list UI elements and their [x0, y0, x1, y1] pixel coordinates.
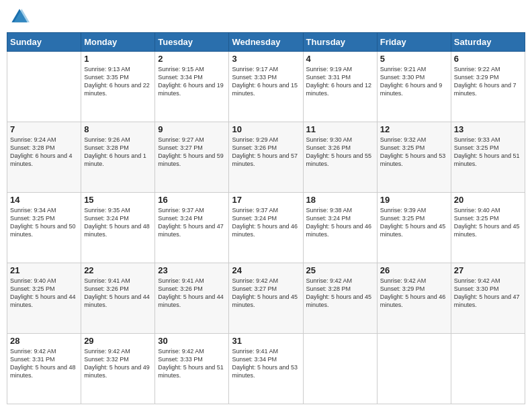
- header: [7, 7, 525, 27]
- day-info: Sunrise: 9:42 AM Sunset: 3:31 PM Dayligh…: [10, 347, 78, 380]
- day-info: Sunrise: 9:42 AM Sunset: 3:29 PM Dayligh…: [380, 277, 448, 310]
- day-number: 12: [380, 124, 448, 134]
- day-info: Sunrise: 9:42 AM Sunset: 3:30 PM Dayligh…: [454, 277, 522, 310]
- day-number: 24: [232, 265, 300, 275]
- day-cell: 9Sunrise: 9:27 AM Sunset: 3:27 PM Daylig…: [155, 122, 229, 193]
- day-cell: 31Sunrise: 9:41 AM Sunset: 3:34 PM Dayli…: [229, 334, 303, 404]
- day-info: Sunrise: 9:17 AM Sunset: 3:33 PM Dayligh…: [232, 65, 300, 98]
- day-cell: 28Sunrise: 9:42 AM Sunset: 3:31 PM Dayli…: [7, 334, 81, 404]
- day-number: 21: [10, 265, 78, 275]
- day-number: 5: [380, 54, 448, 64]
- day-info: Sunrise: 9:33 AM Sunset: 3:25 PM Dayligh…: [454, 136, 522, 169]
- day-cell: 13Sunrise: 9:33 AM Sunset: 3:25 PM Dayli…: [451, 122, 525, 193]
- day-cell: [377, 334, 451, 404]
- day-cell: [303, 334, 377, 404]
- day-cell: 8Sunrise: 9:26 AM Sunset: 3:28 PM Daylig…: [81, 122, 155, 193]
- day-cell: 23Sunrise: 9:41 AM Sunset: 3:26 PM Dayli…: [155, 263, 229, 334]
- day-number: 17: [232, 195, 300, 205]
- day-cell: 27Sunrise: 9:42 AM Sunset: 3:30 PM Dayli…: [451, 263, 525, 334]
- calendar-table: SundayMondayTuesdayWednesdayThursdayFrid…: [7, 32, 525, 404]
- day-cell: 3Sunrise: 9:17 AM Sunset: 3:33 PM Daylig…: [229, 52, 303, 122]
- day-info: Sunrise: 9:21 AM Sunset: 3:30 PM Dayligh…: [380, 65, 448, 98]
- day-number: 28: [10, 336, 78, 346]
- day-info: Sunrise: 9:22 AM Sunset: 3:29 PM Dayligh…: [454, 65, 522, 98]
- day-info: Sunrise: 9:15 AM Sunset: 3:34 PM Dayligh…: [158, 65, 226, 98]
- day-info: Sunrise: 9:40 AM Sunset: 3:25 PM Dayligh…: [454, 206, 522, 239]
- day-cell: [7, 52, 81, 122]
- day-cell: 14Sunrise: 9:34 AM Sunset: 3:25 PM Dayli…: [7, 193, 81, 263]
- day-info: Sunrise: 9:19 AM Sunset: 3:31 PM Dayligh…: [306, 65, 374, 98]
- day-info: Sunrise: 9:30 AM Sunset: 3:26 PM Dayligh…: [306, 136, 374, 169]
- logo-icon: [9, 7, 30, 27]
- day-number: 6: [454, 54, 522, 64]
- day-cell: 20Sunrise: 9:40 AM Sunset: 3:25 PM Dayli…: [451, 193, 525, 263]
- day-cell: 22Sunrise: 9:41 AM Sunset: 3:26 PM Dayli…: [81, 263, 155, 334]
- day-cell: 26Sunrise: 9:42 AM Sunset: 3:29 PM Dayli…: [377, 263, 451, 334]
- day-cell: 24Sunrise: 9:42 AM Sunset: 3:27 PM Dayli…: [229, 263, 303, 334]
- weekday-thursday: Thursday: [303, 33, 377, 52]
- day-info: Sunrise: 9:29 AM Sunset: 3:26 PM Dayligh…: [232, 136, 300, 169]
- day-number: 16: [158, 195, 226, 205]
- day-cell: 18Sunrise: 9:38 AM Sunset: 3:24 PM Dayli…: [303, 193, 377, 263]
- day-number: 13: [454, 124, 522, 134]
- day-info: Sunrise: 9:40 AM Sunset: 3:25 PM Dayligh…: [10, 277, 78, 310]
- day-cell: 25Sunrise: 9:42 AM Sunset: 3:28 PM Dayli…: [303, 263, 377, 334]
- day-info: Sunrise: 9:42 AM Sunset: 3:33 PM Dayligh…: [158, 347, 226, 380]
- day-number: 26: [380, 265, 448, 275]
- day-info: Sunrise: 9:26 AM Sunset: 3:28 PM Dayligh…: [84, 136, 152, 169]
- weekday-saturday: Saturday: [451, 33, 525, 52]
- day-info: Sunrise: 9:24 AM Sunset: 3:28 PM Dayligh…: [10, 136, 78, 169]
- day-cell: 21Sunrise: 9:40 AM Sunset: 3:25 PM Dayli…: [7, 263, 81, 334]
- day-number: 11: [306, 124, 374, 134]
- day-cell: 17Sunrise: 9:37 AM Sunset: 3:24 PM Dayli…: [229, 193, 303, 263]
- day-number: 14: [10, 195, 78, 205]
- day-number: 18: [306, 195, 374, 205]
- day-number: 22: [84, 265, 152, 275]
- logo: [9, 7, 32, 27]
- day-cell: 7Sunrise: 9:24 AM Sunset: 3:28 PM Daylig…: [7, 122, 81, 193]
- page: SundayMondayTuesdayWednesdayThursdayFrid…: [0, 0, 532, 411]
- day-cell: 19Sunrise: 9:39 AM Sunset: 3:25 PM Dayli…: [377, 193, 451, 263]
- day-number: 10: [232, 124, 300, 134]
- day-number: 1: [84, 54, 152, 64]
- day-number: 3: [232, 54, 300, 64]
- day-number: 30: [158, 336, 226, 346]
- day-number: 20: [454, 195, 522, 205]
- day-info: Sunrise: 9:37 AM Sunset: 3:24 PM Dayligh…: [232, 206, 300, 239]
- day-info: Sunrise: 9:42 AM Sunset: 3:32 PM Dayligh…: [84, 347, 152, 380]
- day-cell: 16Sunrise: 9:37 AM Sunset: 3:24 PM Dayli…: [155, 193, 229, 263]
- day-cell: 4Sunrise: 9:19 AM Sunset: 3:31 PM Daylig…: [303, 52, 377, 122]
- day-info: Sunrise: 9:41 AM Sunset: 3:26 PM Dayligh…: [158, 277, 226, 310]
- day-info: Sunrise: 9:42 AM Sunset: 3:28 PM Dayligh…: [306, 277, 374, 310]
- day-number: 2: [158, 54, 226, 64]
- day-info: Sunrise: 9:37 AM Sunset: 3:24 PM Dayligh…: [158, 206, 226, 239]
- day-number: 23: [158, 265, 226, 275]
- day-cell: [451, 334, 525, 404]
- day-info: Sunrise: 9:35 AM Sunset: 3:24 PM Dayligh…: [84, 206, 152, 239]
- day-info: Sunrise: 9:41 AM Sunset: 3:34 PM Dayligh…: [232, 347, 300, 380]
- weekday-monday: Monday: [81, 33, 155, 52]
- week-row-4: 21Sunrise: 9:40 AM Sunset: 3:25 PM Dayli…: [7, 263, 525, 334]
- day-cell: 29Sunrise: 9:42 AM Sunset: 3:32 PM Dayli…: [81, 334, 155, 404]
- day-number: 29: [84, 336, 152, 346]
- day-cell: 10Sunrise: 9:29 AM Sunset: 3:26 PM Dayli…: [229, 122, 303, 193]
- weekday-sunday: Sunday: [7, 33, 81, 52]
- week-row-3: 14Sunrise: 9:34 AM Sunset: 3:25 PM Dayli…: [7, 193, 525, 263]
- day-number: 19: [380, 195, 448, 205]
- day-cell: 15Sunrise: 9:35 AM Sunset: 3:24 PM Dayli…: [81, 193, 155, 263]
- weekday-friday: Friday: [377, 33, 451, 52]
- day-cell: 6Sunrise: 9:22 AM Sunset: 3:29 PM Daylig…: [451, 52, 525, 122]
- week-row-2: 7Sunrise: 9:24 AM Sunset: 3:28 PM Daylig…: [7, 122, 525, 193]
- week-row-1: 1Sunrise: 9:13 AM Sunset: 3:35 PM Daylig…: [7, 52, 525, 122]
- weekday-tuesday: Tuesday: [155, 33, 229, 52]
- day-number: 7: [10, 124, 78, 134]
- day-info: Sunrise: 9:39 AM Sunset: 3:25 PM Dayligh…: [380, 206, 448, 239]
- day-info: Sunrise: 9:42 AM Sunset: 3:27 PM Dayligh…: [232, 277, 300, 310]
- day-info: Sunrise: 9:27 AM Sunset: 3:27 PM Dayligh…: [158, 136, 226, 169]
- day-info: Sunrise: 9:32 AM Sunset: 3:25 PM Dayligh…: [380, 136, 448, 169]
- day-number: 25: [306, 265, 374, 275]
- day-info: Sunrise: 9:41 AM Sunset: 3:26 PM Dayligh…: [84, 277, 152, 310]
- day-cell: 5Sunrise: 9:21 AM Sunset: 3:30 PM Daylig…: [377, 52, 451, 122]
- day-number: 15: [84, 195, 152, 205]
- day-number: 27: [454, 265, 522, 275]
